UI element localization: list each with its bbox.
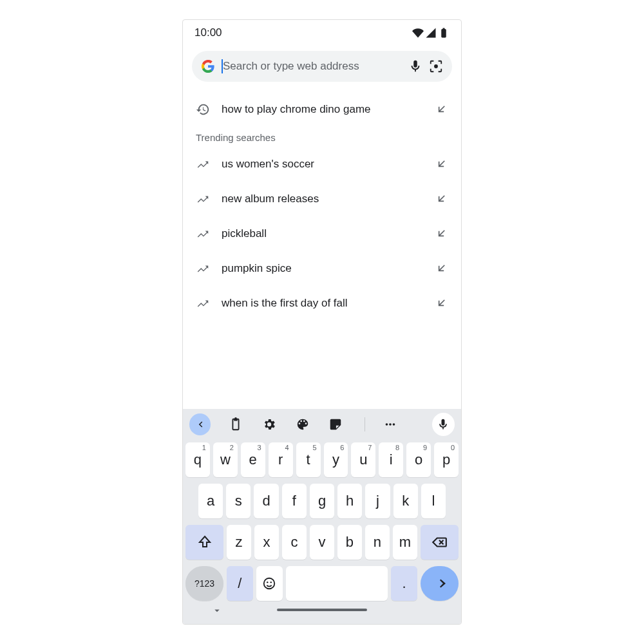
- keyboard-row-1: q1w2e3r4t5y6u7i8o9p0: [185, 442, 459, 477]
- key-s[interactable]: s: [226, 484, 251, 518]
- recent-search-label: how to play chrome dino game: [222, 103, 422, 116]
- key-y[interactable]: y6: [324, 442, 348, 477]
- insert-arrow-icon[interactable]: [434, 227, 448, 241]
- insert-arrow-icon[interactable]: [434, 157, 448, 171]
- trending-row[interactable]: when is the first day of fall: [183, 286, 461, 321]
- lens-icon[interactable]: [429, 59, 443, 73]
- space-key[interactable]: [286, 566, 388, 601]
- clipboard-icon[interactable]: [227, 416, 244, 433]
- trending-label: pickleball: [222, 227, 422, 240]
- status-bar: 10:00: [183, 20, 461, 46]
- palette-icon[interactable]: [294, 416, 311, 433]
- key-q[interactable]: q1: [185, 442, 210, 477]
- toolbar-separator: [365, 417, 365, 431]
- key-b[interactable]: b: [337, 525, 362, 560]
- key-c[interactable]: c: [282, 525, 307, 560]
- trending-header: Trending searches: [183, 126, 461, 147]
- keyboard-row-3: zxcvbnm: [185, 525, 459, 560]
- search-bar[interactable]: [192, 51, 452, 82]
- key-w[interactable]: w2: [213, 442, 238, 477]
- symbols-key[interactable]: ?123: [185, 566, 223, 601]
- key-u[interactable]: u7: [351, 442, 375, 477]
- wifi-icon: [412, 27, 424, 39]
- more-icon[interactable]: [382, 416, 399, 433]
- trending-row[interactable]: new album releases: [183, 182, 461, 216]
- keyboard-mic-button[interactable]: [432, 413, 455, 436]
- key-e[interactable]: e3: [241, 442, 265, 477]
- trending-label: new album releases: [222, 193, 422, 205]
- keyboard-back-button[interactable]: [189, 413, 211, 435]
- keyboard-row-4: ?123 / .: [185, 566, 459, 601]
- trending-row[interactable]: pickleball: [183, 216, 461, 251]
- key-l[interactable]: l: [421, 484, 446, 518]
- keyboard-toolbar: [183, 409, 461, 440]
- key-j[interactable]: j: [365, 484, 390, 518]
- history-icon: [196, 102, 210, 117]
- svg-point-1: [385, 423, 388, 426]
- svg-point-2: [389, 423, 392, 426]
- emoji-key[interactable]: [256, 566, 283, 601]
- google-logo-icon: [201, 59, 215, 73]
- trending-label: when is the first day of fall: [222, 297, 422, 310]
- gear-icon[interactable]: [261, 416, 278, 433]
- battery-icon: [438, 27, 450, 39]
- trending-icon: [196, 296, 210, 310]
- key-n[interactable]: n: [365, 525, 390, 560]
- keyboard: q1w2e3r4t5y6u7i8o9p0 asdfghjkl zxcvbnm ?…: [183, 409, 461, 624]
- key-x[interactable]: x: [254, 525, 279, 560]
- nav-handle[interactable]: [277, 609, 367, 611]
- key-i[interactable]: i8: [379, 442, 403, 477]
- signal-icon: [425, 27, 437, 39]
- keyboard-row-2: asdfghjkl: [185, 484, 459, 518]
- svg-point-0: [434, 64, 438, 68]
- key-v[interactable]: v: [310, 525, 334, 560]
- trending-icon: [196, 192, 210, 206]
- mic-icon[interactable]: [408, 59, 422, 73]
- period-key[interactable]: .: [391, 566, 417, 601]
- svg-point-3: [392, 423, 395, 426]
- recent-search-row[interactable]: how to play chrome dino game: [183, 93, 461, 126]
- trending-label: us women's soccer: [222, 158, 422, 171]
- key-a[interactable]: a: [198, 484, 223, 518]
- trending-row[interactable]: pumpkin spice: [183, 251, 461, 286]
- insert-arrow-icon[interactable]: [434, 296, 448, 310]
- trending-list: us women's soccer new album releases pic…: [183, 147, 461, 321]
- key-h[interactable]: h: [337, 484, 362, 518]
- sticker-icon[interactable]: [327, 416, 344, 433]
- key-m[interactable]: m: [393, 525, 417, 560]
- key-k[interactable]: k: [393, 484, 418, 518]
- status-time: 10:00: [194, 26, 222, 39]
- key-p[interactable]: p0: [434, 442, 459, 477]
- key-d[interactable]: d: [254, 484, 278, 518]
- insert-arrow-icon[interactable]: [434, 192, 448, 206]
- chevron-down-icon[interactable]: [211, 605, 223, 619]
- insert-arrow-icon[interactable]: [434, 261, 448, 276]
- trending-label: pumpkin spice: [222, 262, 422, 275]
- shift-key[interactable]: [185, 525, 223, 560]
- key-t[interactable]: t5: [296, 442, 321, 477]
- slash-key[interactable]: /: [227, 566, 253, 601]
- key-r[interactable]: r4: [269, 442, 293, 477]
- svg-point-6: [270, 582, 272, 583]
- trending-icon: [196, 227, 210, 241]
- enter-key[interactable]: [421, 566, 459, 601]
- svg-point-4: [264, 578, 275, 589]
- svg-point-5: [267, 582, 268, 583]
- insert-arrow-icon[interactable]: [434, 102, 448, 117]
- nav-bar: [183, 601, 461, 619]
- key-g[interactable]: g: [310, 484, 334, 518]
- status-icons: [412, 27, 450, 39]
- trending-icon: [196, 157, 210, 171]
- suggestions-section: how to play chrome dino game Trending se…: [183, 93, 461, 321]
- trending-row[interactable]: us women's soccer: [183, 147, 461, 182]
- trending-icon: [196, 261, 210, 276]
- phone-screen: 10:00 how to play chrome dino game: [182, 19, 462, 625]
- key-z[interactable]: z: [227, 525, 251, 560]
- backspace-key[interactable]: [421, 525, 459, 560]
- search-input[interactable]: [222, 59, 402, 73]
- key-f[interactable]: f: [282, 484, 307, 518]
- key-o[interactable]: o9: [406, 442, 431, 477]
